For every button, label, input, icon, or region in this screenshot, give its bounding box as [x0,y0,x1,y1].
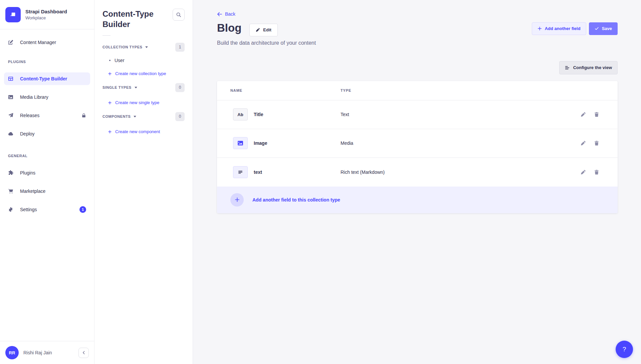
trash-icon [594,140,599,146]
table-row[interactable]: text Rich text (Markdown) [217,158,618,187]
create-new-component-link[interactable]: Create new component [108,129,185,134]
create-new-single-type-link[interactable]: Create new single type [108,100,185,105]
page-title: Blog [217,22,241,34]
sidebar-section-general: GENERAL [8,154,90,158]
field-name: Title [254,112,263,117]
edit-field-button[interactable] [580,169,586,175]
add-another-field-button[interactable]: Add another field [532,22,586,35]
sidebar-item-marketplace[interactable]: Marketplace [4,185,90,198]
sidebar-item-label: Content Manager [20,40,56,45]
sidebar-item-label: Deploy [20,131,35,136]
single-types-count: 0 [175,83,185,92]
sidebar-item-label: Marketplace [20,189,45,194]
page-header: Blog Edit Add another field [217,22,618,36]
table-row[interactable]: Image Media [217,129,618,158]
arrow-left-icon [217,12,222,17]
edit-field-button[interactable] [580,140,586,146]
edit-button[interactable]: Edit [249,24,278,36]
add-field-to-collection-label: Add another field to this collection typ… [252,197,340,203]
workspace-brand[interactable]: Strapi Dashboard Workplace [0,0,94,29]
search-button[interactable] [173,9,185,21]
single-types-group-header[interactable]: SINGLE TYPES 0 [102,83,185,92]
trash-icon [594,112,599,117]
pen-square-icon [8,40,15,45]
picture-icon [8,94,15,100]
main-content: Back Blog Edit Add [193,0,641,364]
sidebar-item-label: Plugins [20,170,35,175]
delete-field-button[interactable] [594,111,600,117]
pencil-icon [581,140,586,146]
pencil-icon [581,169,586,175]
search-icon [176,12,181,17]
strapi-logo-icon [5,7,21,22]
gear-icon [8,207,15,212]
caret-down-icon [134,116,136,117]
table-row[interactable]: Ab Title Text [217,100,618,129]
subnav-title: Content-Type Builder [102,9,163,29]
sidebar-user-area: RR Rishi Raj Jain [0,341,94,364]
components-group-header[interactable]: COMPONENTS 0 [102,112,185,121]
shopping-cart-icon [8,189,15,194]
configure-the-view-button[interactable]: Configure the view [559,61,618,74]
sidebar-item-plugins[interactable]: Plugins [4,166,90,179]
user-name: Rishi Raj Jain [23,350,74,355]
plus-icon [108,72,112,76]
table-header: NAME TYPE [217,81,618,100]
field-name: Image [254,140,267,146]
cloud-icon [8,131,15,136]
delete-field-button[interactable] [594,140,600,146]
collection-types-group-header[interactable]: COLLECTION TYPES 1 [102,42,185,52]
sidebar-item-content-manager[interactable]: Content Manager [4,36,90,49]
trash-icon [594,169,599,175]
caret-down-icon [135,87,137,88]
bullet-icon [109,60,111,61]
plus-icon [108,101,112,105]
collection-type-item-user[interactable]: User [109,58,185,63]
pencil-icon [256,28,260,32]
workspace-subtitle: Workplace [25,15,67,20]
divider [102,35,111,36]
sidebar-collapse-button[interactable] [78,348,89,358]
sidebar-item-deploy[interactable]: Deploy [4,127,90,140]
settings-notification-badge: 1 [79,206,86,213]
column-header-name: NAME [230,88,341,92]
content-type-builder-subnav: Content-Type Builder COLLECTION TYPES 1 … [94,0,193,364]
edit-field-button[interactable] [580,111,586,117]
create-new-collection-type-link[interactable]: Create new collection type [108,71,185,76]
text-field-icon: Ab [233,108,248,120]
collection-types-count: 1 [175,43,185,52]
back-link[interactable]: Back [217,11,235,17]
single-types-label: SINGLE TYPES [102,85,132,89]
sidebar-item-releases[interactable]: Releases [4,109,90,122]
sidebar-section-plugins: PLUGINS [8,60,90,64]
paper-plane-icon [8,113,15,118]
add-field-to-collection-button[interactable]: Add another field to this collection typ… [217,187,618,213]
delete-field-button[interactable] [594,169,600,175]
check-icon [595,26,599,31]
field-name: text [254,169,262,175]
brand-text: Strapi Dashboard Workplace [25,9,67,20]
help-button[interactable]: ? [616,341,633,358]
header-actions: Add another field Save [532,22,618,35]
user-avatar[interactable]: RR [5,346,19,359]
field-type: Rich text (Markdown) [341,169,580,175]
sidebar-item-media-library[interactable]: Media Library [4,91,90,103]
collection-type-label: User [115,58,125,63]
sidebar-item-label: Content-Type Builder [20,76,67,81]
sidebar-item-settings[interactable]: Settings 1 [4,203,90,216]
chevron-left-icon [81,350,86,355]
sidebar-item-content-type-builder[interactable]: Content-Type Builder [4,72,90,85]
save-button[interactable]: Save [589,22,618,35]
workspace-title: Strapi Dashboard [25,9,67,14]
subnav-header: Content-Type Builder [102,9,185,29]
components-label: COMPONENTS [102,114,131,118]
page-subtitle: Build the data architecture of your cont… [217,40,618,46]
plus-icon [538,26,542,31]
components-count: 0 [175,112,185,121]
column-header-type: TYPE [341,88,351,92]
fields-table: NAME TYPE Ab Title Text [217,81,618,213]
pencil-icon [581,112,586,117]
plus-circle-icon [230,193,244,207]
app-root: Strapi Dashboard Workplace Content Manag… [0,0,641,364]
puzzle-icon [8,170,15,175]
